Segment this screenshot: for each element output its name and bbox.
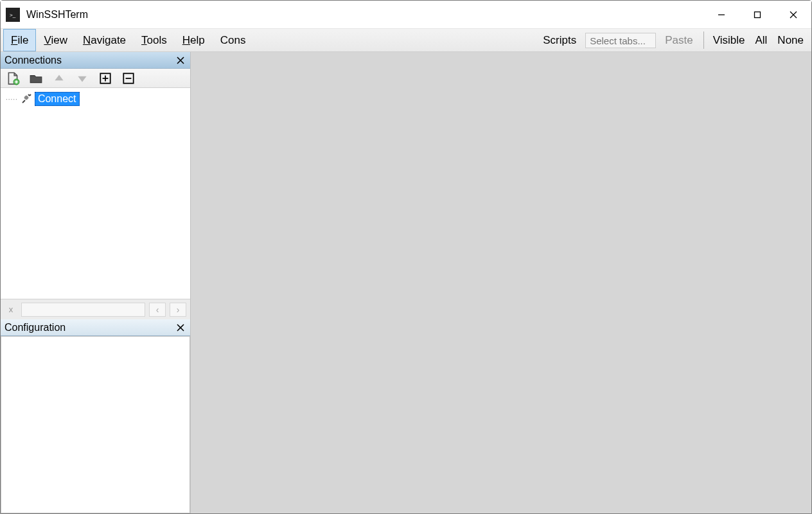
search-next-button[interactable]: › — [170, 303, 186, 317]
sidebar: Connections — [1, 52, 191, 513]
folder-icon[interactable] — [29, 71, 43, 85]
connections-tree[interactable]: ····· Connect — [1, 88, 190, 299]
move-down-icon[interactable] — [75, 71, 89, 85]
menu-navigate[interactable]: Navigate — [75, 29, 134, 51]
menu-help[interactable]: Help — [175, 29, 213, 51]
menu-file[interactable]: File — [3, 29, 36, 51]
select-tabs-input[interactable] — [585, 33, 656, 48]
svg-rect-3 — [755, 12, 761, 17]
search-clear-button[interactable]: x — [4, 303, 17, 316]
visible-button[interactable]: Visible — [708, 29, 750, 51]
app-window: >_ WinSSHTerm File View Navigate Tools H… — [0, 0, 812, 514]
main-content-area — [191, 52, 811, 513]
scripts-label[interactable]: Scripts — [536, 29, 583, 51]
tree-line-icon: ····· — [3, 96, 18, 103]
configuration-panel-body — [1, 336, 190, 513]
title-bar[interactable]: >_ WinSSHTerm — [1, 1, 811, 29]
close-button[interactable] — [775, 1, 811, 28]
none-button[interactable]: None — [772, 29, 809, 51]
window-title: WinSSHTerm — [26, 9, 88, 21]
paste-button[interactable]: Paste — [658, 29, 699, 51]
search-input[interactable] — [21, 303, 145, 317]
connections-close-icon[interactable] — [175, 55, 186, 66]
expand-all-icon[interactable] — [98, 71, 112, 85]
svg-line-18 — [30, 94, 31, 96]
tree-root-row[interactable]: ····· Connect — [3, 92, 188, 106]
minimize-button[interactable] — [703, 1, 739, 28]
search-prev-button[interactable]: ‹ — [149, 303, 166, 317]
menu-tools[interactable]: Tools — [134, 29, 175, 51]
menu-view[interactable]: View — [36, 29, 75, 51]
connect-icon — [21, 93, 32, 105]
maximize-button[interactable] — [739, 1, 775, 28]
menu-bar: File View Navigate Tools Help Cons Scrip… — [1, 29, 811, 52]
tree-root-label[interactable]: Connect — [35, 92, 80, 106]
connections-panel-header[interactable]: Connections — [1, 52, 190, 69]
collapse-all-icon[interactable] — [121, 71, 136, 85]
configuration-panel-title: Configuration — [4, 322, 66, 333]
svg-rect-16 — [24, 95, 29, 100]
connections-search-bar: x ‹ › — [1, 299, 190, 319]
configuration-panel-header[interactable]: Configuration — [1, 319, 190, 336]
new-file-icon[interactable] — [6, 71, 20, 85]
configuration-close-icon[interactable] — [175, 322, 186, 333]
all-button[interactable]: All — [750, 29, 772, 51]
svg-text:>_: >_ — [10, 12, 16, 18]
app-icon: >_ — [6, 8, 20, 22]
move-up-icon[interactable] — [52, 71, 66, 85]
connections-panel-title: Connections — [4, 55, 62, 66]
connections-toolbar — [1, 69, 190, 88]
menu-cons[interactable]: Cons — [213, 29, 254, 51]
separator — [703, 31, 704, 49]
